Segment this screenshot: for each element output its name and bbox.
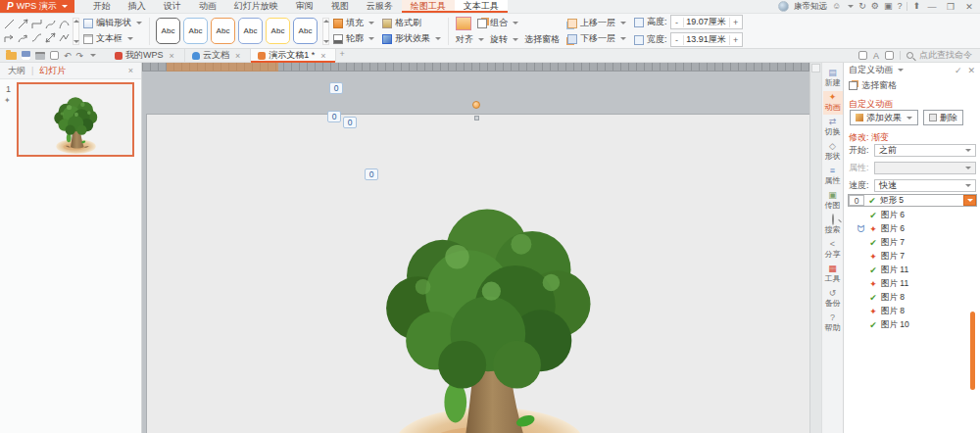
file-tab-cloud-docs[interactable]: 云文档 × [185, 49, 251, 63]
text-box-button[interactable]: 文本框 [83, 32, 142, 45]
shape-style-option[interactable]: Abc [293, 18, 318, 44]
minimize-button[interactable]: — [925, 2, 939, 12]
scroll-up-icon[interactable] [323, 20, 329, 23]
format-painter-button[interactable]: 格式刷 [382, 17, 441, 29]
refresh-icon[interactable]: ↻ [858, 1, 866, 12]
pane-icon[interactable] [885, 51, 894, 60]
animation-item-pic11[interactable]: ✔ 图片 11 [848, 264, 969, 276]
selection-pane-button[interactable]: 选择窗格 [524, 33, 560, 46]
animation-item-pic6-exit[interactable]: ᗢ ✦ 图片 6 [848, 222, 969, 235]
app-logo-button[interactable]: P WPS 演示 [0, 0, 74, 13]
double-arrow-icon[interactable] [44, 31, 57, 44]
menu-tab-slideshow[interactable]: 幻灯片放映 [225, 0, 287, 13]
animation-item-pic8-exit[interactable]: ✦ 图片 8 [848, 305, 969, 317]
width-increase-button[interactable]: + [729, 35, 742, 45]
animation-order-badge[interactable]: 0 [327, 111, 341, 122]
animation-item-pic7-exit[interactable]: ✦ 图片 7 [848, 250, 969, 263]
menu-tab-home[interactable]: 开始 [84, 0, 120, 13]
rail-item-search[interactable]: 搜索 [823, 214, 843, 237]
close-tab-icon[interactable]: × [318, 51, 328, 61]
scroll-up-icon[interactable] [74, 20, 79, 23]
group-button[interactable]: 组合 [477, 17, 518, 29]
curve-arrow-icon[interactable] [17, 31, 29, 44]
slide-editing-area[interactable] [147, 115, 809, 433]
rotate-button[interactable]: 旋转 [490, 33, 518, 46]
edit-shape-button[interactable]: 编辑形状 [83, 17, 142, 29]
close-button[interactable]: ✕ [962, 2, 976, 12]
menu-tab-design[interactable]: 设计 [155, 0, 190, 13]
tab-outline[interactable]: 大纲 [8, 65, 25, 77]
animation-item-pic10[interactable]: ✔ 图片 10 [848, 318, 969, 331]
rail-item-tools[interactable]: ▦ 工具 [823, 263, 843, 286]
user-avatar[interactable] [778, 1, 789, 12]
settings-gear-icon[interactable]: ⚙ [871, 1, 879, 12]
pin-panel-icon[interactable]: ✓ [955, 66, 962, 75]
list-scrollbar-thumb[interactable] [970, 312, 975, 390]
print-icon[interactable] [35, 52, 45, 60]
font-tool-icon[interactable]: A [873, 50, 879, 62]
tab-slides[interactable]: 幻灯片 [39, 65, 66, 77]
rotate-handle[interactable] [472, 101, 480, 109]
help-icon[interactable]: ? [897, 1, 902, 12]
rail-item-animation[interactable]: ✦ 动画 [823, 91, 843, 115]
resize-handle-top[interactable] [474, 116, 479, 120]
close-panel-icon[interactable]: ✕ [967, 66, 975, 75]
scroll-down-icon[interactable] [323, 40, 329, 43]
height-increase-button[interactable]: + [729, 18, 742, 27]
fill-button[interactable]: 填充 [333, 17, 374, 29]
menu-tab-drawing-tools[interactable]: 绘图工具 [402, 0, 455, 13]
delete-button[interactable]: 删除 [923, 110, 963, 125]
shape-style-option[interactable]: Abc [266, 18, 290, 44]
send-backward-button[interactable]: 下移一层 [567, 32, 626, 45]
curve-icon[interactable] [58, 18, 71, 30]
rail-item-backup[interactable]: ↺ 备份 [823, 287, 843, 311]
selection-pane-link[interactable]: 选择窗格 [849, 79, 897, 92]
add-effect-button[interactable]: 添加效果 [850, 110, 918, 125]
speed-select[interactable]: 快速 [874, 179, 976, 192]
scroll-down-icon[interactable] [74, 40, 79, 43]
shape-style-option[interactable]: Abc [156, 18, 180, 44]
animation-item-pic6[interactable]: ✔ 图片 6 [848, 209, 969, 221]
canvas-vertical-scrollbar[interactable] [809, 63, 821, 433]
maximize-button[interactable]: ❐ [944, 2, 957, 12]
scrollbar-button[interactable] [811, 64, 820, 72]
slide-thumbnail[interactable] [17, 82, 134, 157]
file-tab-my-wps[interactable]: 我的WPS × [108, 49, 185, 63]
layout-icon[interactable] [858, 51, 867, 60]
rail-item-shape[interactable]: ◇ 形状 [823, 140, 843, 164]
shape-style-option[interactable]: Abc [211, 18, 235, 44]
slide-canvas[interactable]: 0 0 0 0 [142, 63, 821, 433]
curve-connector-icon[interactable] [44, 18, 57, 30]
mood-icon[interactable]: ☺ [832, 1, 841, 12]
save-icon[interactable] [22, 51, 30, 60]
shape-style-option[interactable]: Abc [183, 18, 208, 44]
width-value[interactable]: 13.91厘米 [684, 33, 729, 46]
close-tab-icon[interactable]: × [232, 51, 243, 61]
elbow-connector-icon[interactable] [30, 18, 43, 30]
close-panel-icon[interactable]: × [128, 66, 133, 75]
outline-button[interactable]: 轮廓 [333, 32, 374, 45]
undo-icon[interactable]: ↶ [64, 50, 72, 62]
start-select[interactable]: 之前 [874, 144, 976, 157]
bring-forward-button[interactable]: 上移一层 [567, 17, 626, 29]
find-command-input[interactable]: 点此查找命令 [919, 49, 972, 62]
height-decrease-button[interactable]: - [671, 18, 684, 27]
freeform-icon[interactable] [58, 31, 71, 44]
height-value[interactable]: 19.07厘米 [684, 16, 729, 28]
align-big-icon[interactable] [456, 17, 471, 30]
user-name[interactable]: 康帝知远 [794, 1, 827, 13]
new-tab-button[interactable]: + [336, 49, 347, 63]
menu-tab-text-tools[interactable]: 文本工具 [455, 0, 508, 13]
menu-tab-animation[interactable]: 动画 [190, 0, 225, 13]
redo-icon[interactable]: ↷ [76, 50, 84, 62]
line-icon[interactable] [3, 18, 16, 30]
animation-item-pic8[interactable]: ✔ 图片 8 [848, 291, 969, 304]
animation-item-rect5[interactable]: 0 ✔ 矩形 5 [848, 194, 977, 207]
width-decrease-button[interactable]: - [671, 35, 684, 45]
file-tab-presentation1[interactable]: 演示文稿1 * × [251, 49, 336, 63]
tree-image[interactable] [380, 197, 594, 433]
quick-access-dropdown-icon[interactable] [90, 54, 96, 57]
rail-item-properties[interactable]: ≡ 属性 [823, 165, 843, 188]
s-curve-icon[interactable] [30, 31, 43, 44]
rail-item-upload-image[interactable]: ▣ 传图 [823, 189, 843, 213]
